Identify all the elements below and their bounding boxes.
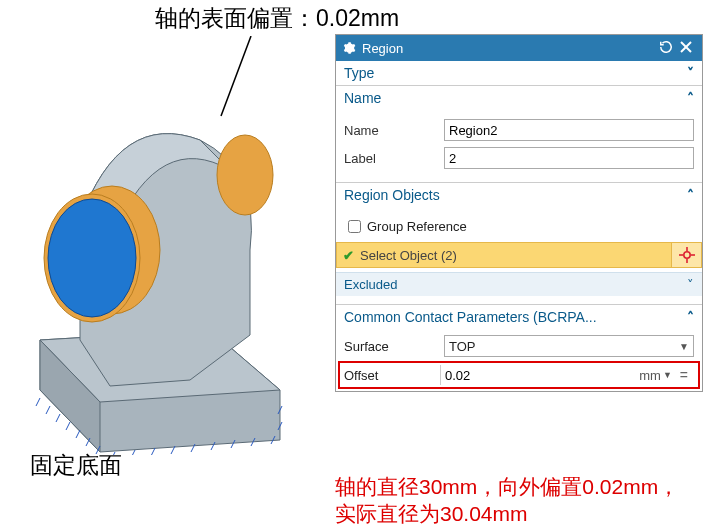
svg-line-10 [56, 414, 60, 422]
annotation-diameter-note: 轴的直径30mm，向外偏置0.02mm， 实际直径为30.04mm [335, 473, 679, 528]
section-region-objects-label: Region Objects [344, 187, 687, 203]
select-object-text: Select Object (2) [360, 248, 671, 263]
section-contact-params: Common Contact Parameters (BCRPA... ˄ Su… [336, 305, 702, 391]
annotation-diameter-note-line2: 实际直径为30.04mm [335, 500, 679, 527]
cad-model [20, 80, 330, 455]
select-target-button[interactable] [671, 243, 701, 267]
reset-icon[interactable] [656, 40, 676, 57]
section-name-header[interactable]: Name ˄ [336, 86, 702, 110]
close-icon[interactable] [676, 40, 696, 56]
gear-icon [342, 41, 356, 55]
offset-unit-text: mm [639, 368, 661, 383]
group-reference-label: Group Reference [367, 219, 467, 234]
section-type-header[interactable]: Type ˅ [336, 61, 702, 85]
section-region-objects: Region Objects ˄ Group Reference ✔ Selec… [336, 183, 702, 305]
surface-value: TOP [449, 339, 476, 354]
section-name: Name ˄ Name Label [336, 86, 702, 183]
viewport-3d: 轴的表面偏置：0.02mm [0, 0, 333, 529]
name-field-label: Name [344, 123, 444, 138]
chevron-down-icon: ▼ [663, 370, 672, 380]
chevron-up-icon: ˄ [687, 309, 694, 325]
chevron-down-icon: ˅ [687, 65, 694, 81]
excluded-label: Excluded [344, 277, 687, 292]
section-contact-label: Common Contact Parameters (BCRPA... [344, 309, 687, 325]
annotation-surface-offset: 轴的表面偏置：0.02mm [155, 3, 399, 34]
region-panel: Region Type ˅ Name ˄ Name Label [335, 34, 703, 392]
label-field[interactable] [444, 147, 694, 169]
svg-line-8 [36, 398, 40, 406]
svg-line-11 [66, 422, 70, 430]
svg-line-9 [46, 406, 50, 414]
chevron-up-icon: ˄ [687, 187, 694, 203]
group-reference-checkbox[interactable] [348, 220, 361, 233]
annotation-diameter-note-line1: 轴的直径30mm，向外偏置0.02mm， [335, 473, 679, 500]
label-field-label: Label [344, 151, 444, 166]
offset-row-highlight: Offset mm ▼ = [338, 361, 700, 389]
surface-dropdown[interactable]: TOP ▼ [444, 335, 694, 357]
svg-line-12 [76, 430, 80, 438]
annotation-fixed-base: 固定底面 [30, 450, 122, 481]
panel-title-text: Region [362, 41, 403, 56]
svg-point-28 [683, 252, 689, 258]
select-object-row[interactable]: ✔ Select Object (2) [336, 242, 702, 268]
chevron-down-icon: ▼ [679, 341, 689, 352]
expression-button[interactable]: = [674, 367, 694, 383]
panel-titlebar[interactable]: Region [336, 35, 702, 61]
section-region-objects-header[interactable]: Region Objects ˄ [336, 183, 702, 207]
name-field[interactable] [444, 119, 694, 141]
section-name-label: Name [344, 90, 687, 106]
excluded-row[interactable]: Excluded ˅ [336, 272, 702, 296]
check-icon: ✔ [343, 248, 354, 263]
surface-label: Surface [344, 339, 444, 354]
section-contact-header[interactable]: Common Contact Parameters (BCRPA... ˄ [336, 305, 702, 329]
section-type: Type ˅ [336, 61, 702, 86]
offset-label: Offset [344, 368, 440, 383]
crosshair-icon [679, 247, 695, 263]
svg-point-7 [48, 199, 136, 317]
svg-line-16 [131, 450, 135, 455]
svg-point-4 [217, 135, 273, 215]
section-type-label: Type [344, 65, 687, 81]
offset-unit-dropdown[interactable]: mm ▼ [637, 368, 674, 383]
chevron-up-icon: ˄ [687, 90, 694, 106]
chevron-down-icon: ˅ [687, 277, 694, 292]
offset-field[interactable] [440, 365, 637, 385]
